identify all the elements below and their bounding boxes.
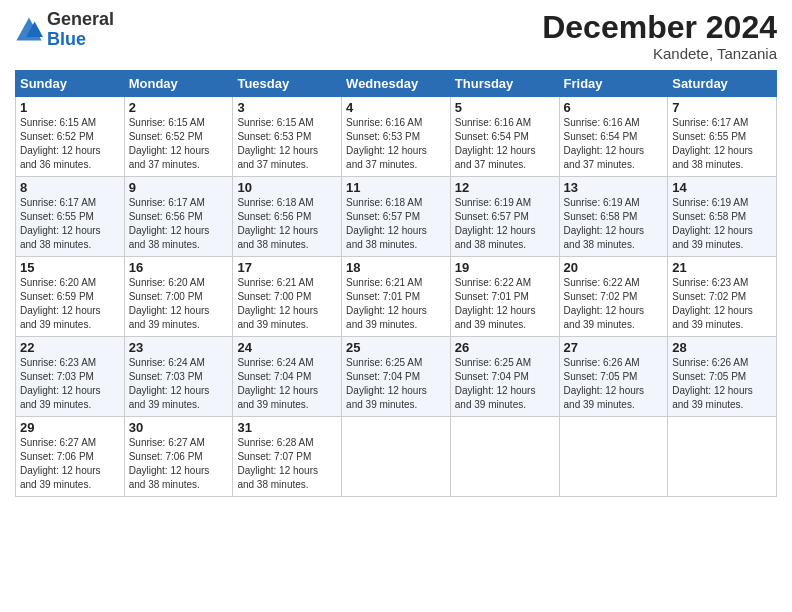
day-info: Sunrise: 6:16 AMSunset: 6:54 PMDaylight:… <box>455 116 555 172</box>
calendar-cell: 17 Sunrise: 6:21 AMSunset: 7:00 PMDaylig… <box>233 257 342 337</box>
logo-text: General Blue <box>47 10 114 50</box>
day-info: Sunrise: 6:26 AMSunset: 7:05 PMDaylight:… <box>564 356 664 412</box>
calendar-cell <box>450 417 559 497</box>
day-info: Sunrise: 6:23 AMSunset: 7:02 PMDaylight:… <box>672 276 772 332</box>
calendar-cell <box>342 417 451 497</box>
calendar-body: 1 Sunrise: 6:15 AMSunset: 6:52 PMDayligh… <box>16 97 777 497</box>
day-info: Sunrise: 6:21 AMSunset: 7:01 PMDaylight:… <box>346 276 446 332</box>
calendar-cell: 25 Sunrise: 6:25 AMSunset: 7:04 PMDaylig… <box>342 337 451 417</box>
day-info: Sunrise: 6:27 AMSunset: 7:06 PMDaylight:… <box>20 436 120 492</box>
day-info: Sunrise: 6:15 AMSunset: 6:52 PMDaylight:… <box>129 116 229 172</box>
day-info: Sunrise: 6:26 AMSunset: 7:05 PMDaylight:… <box>672 356 772 412</box>
calendar-cell: 19 Sunrise: 6:22 AMSunset: 7:01 PMDaylig… <box>450 257 559 337</box>
day-info: Sunrise: 6:17 AMSunset: 6:56 PMDaylight:… <box>129 196 229 252</box>
calendar-cell: 16 Sunrise: 6:20 AMSunset: 7:00 PMDaylig… <box>124 257 233 337</box>
calendar-cell: 12 Sunrise: 6:19 AMSunset: 6:57 PMDaylig… <box>450 177 559 257</box>
day-info: Sunrise: 6:19 AMSunset: 6:57 PMDaylight:… <box>455 196 555 252</box>
calendar-cell: 26 Sunrise: 6:25 AMSunset: 7:04 PMDaylig… <box>450 337 559 417</box>
day-number: 23 <box>129 340 229 355</box>
day-number: 30 <box>129 420 229 435</box>
day-number: 3 <box>237 100 337 115</box>
calendar-row: 15 Sunrise: 6:20 AMSunset: 6:59 PMDaylig… <box>16 257 777 337</box>
day-number: 7 <box>672 100 772 115</box>
day-info: Sunrise: 6:27 AMSunset: 7:06 PMDaylight:… <box>129 436 229 492</box>
calendar-cell: 1 Sunrise: 6:15 AMSunset: 6:52 PMDayligh… <box>16 97 125 177</box>
day-number: 22 <box>20 340 120 355</box>
day-info: Sunrise: 6:20 AMSunset: 6:59 PMDaylight:… <box>20 276 120 332</box>
day-number: 17 <box>237 260 337 275</box>
day-number: 19 <box>455 260 555 275</box>
calendar-cell: 21 Sunrise: 6:23 AMSunset: 7:02 PMDaylig… <box>668 257 777 337</box>
day-info: Sunrise: 6:21 AMSunset: 7:00 PMDaylight:… <box>237 276 337 332</box>
day-info: Sunrise: 6:22 AMSunset: 7:02 PMDaylight:… <box>564 276 664 332</box>
day-number: 26 <box>455 340 555 355</box>
calendar-cell: 28 Sunrise: 6:26 AMSunset: 7:05 PMDaylig… <box>668 337 777 417</box>
day-number: 2 <box>129 100 229 115</box>
title-section: December 2024 Kandete, Tanzania <box>542 10 777 62</box>
day-info: Sunrise: 6:24 AMSunset: 7:04 PMDaylight:… <box>237 356 337 412</box>
calendar-cell: 8 Sunrise: 6:17 AMSunset: 6:55 PMDayligh… <box>16 177 125 257</box>
day-info: Sunrise: 6:15 AMSunset: 6:53 PMDaylight:… <box>237 116 337 172</box>
day-number: 25 <box>346 340 446 355</box>
calendar-cell: 4 Sunrise: 6:16 AMSunset: 6:53 PMDayligh… <box>342 97 451 177</box>
calendar-cell: 20 Sunrise: 6:22 AMSunset: 7:02 PMDaylig… <box>559 257 668 337</box>
calendar-cell: 6 Sunrise: 6:16 AMSunset: 6:54 PMDayligh… <box>559 97 668 177</box>
day-number: 9 <box>129 180 229 195</box>
calendar-row: 22 Sunrise: 6:23 AMSunset: 7:03 PMDaylig… <box>16 337 777 417</box>
day-info: Sunrise: 6:25 AMSunset: 7:04 PMDaylight:… <box>455 356 555 412</box>
calendar-cell: 18 Sunrise: 6:21 AMSunset: 7:01 PMDaylig… <box>342 257 451 337</box>
calendar-cell: 14 Sunrise: 6:19 AMSunset: 6:58 PMDaylig… <box>668 177 777 257</box>
day-info: Sunrise: 6:22 AMSunset: 7:01 PMDaylight:… <box>455 276 555 332</box>
day-number: 1 <box>20 100 120 115</box>
calendar-row: 29 Sunrise: 6:27 AMSunset: 7:06 PMDaylig… <box>16 417 777 497</box>
calendar-cell: 11 Sunrise: 6:18 AMSunset: 6:57 PMDaylig… <box>342 177 451 257</box>
day-info: Sunrise: 6:23 AMSunset: 7:03 PMDaylight:… <box>20 356 120 412</box>
page: General Blue December 2024 Kandete, Tanz… <box>0 0 792 612</box>
day-info: Sunrise: 6:16 AMSunset: 6:53 PMDaylight:… <box>346 116 446 172</box>
month-year: December 2024 <box>542 10 777 45</box>
col-monday: Monday <box>124 71 233 97</box>
day-number: 12 <box>455 180 555 195</box>
day-number: 5 <box>455 100 555 115</box>
calendar-cell: 3 Sunrise: 6:15 AMSunset: 6:53 PMDayligh… <box>233 97 342 177</box>
calendar-header-row: Sunday Monday Tuesday Wednesday Thursday… <box>16 71 777 97</box>
calendar-cell: 30 Sunrise: 6:27 AMSunset: 7:06 PMDaylig… <box>124 417 233 497</box>
header: General Blue December 2024 Kandete, Tanz… <box>15 10 777 62</box>
day-number: 28 <box>672 340 772 355</box>
col-sunday: Sunday <box>16 71 125 97</box>
day-info: Sunrise: 6:19 AMSunset: 6:58 PMDaylight:… <box>564 196 664 252</box>
day-number: 18 <box>346 260 446 275</box>
calendar-cell: 13 Sunrise: 6:19 AMSunset: 6:58 PMDaylig… <box>559 177 668 257</box>
calendar-cell: 24 Sunrise: 6:24 AMSunset: 7:04 PMDaylig… <box>233 337 342 417</box>
calendar-cell <box>559 417 668 497</box>
calendar-cell: 9 Sunrise: 6:17 AMSunset: 6:56 PMDayligh… <box>124 177 233 257</box>
day-info: Sunrise: 6:20 AMSunset: 7:00 PMDaylight:… <box>129 276 229 332</box>
day-number: 13 <box>564 180 664 195</box>
day-info: Sunrise: 6:15 AMSunset: 6:52 PMDaylight:… <box>20 116 120 172</box>
col-friday: Friday <box>559 71 668 97</box>
day-number: 21 <box>672 260 772 275</box>
logo: General Blue <box>15 10 114 50</box>
location: Kandete, Tanzania <box>542 45 777 62</box>
logo-blue: Blue <box>47 29 86 49</box>
day-info: Sunrise: 6:16 AMSunset: 6:54 PMDaylight:… <box>564 116 664 172</box>
calendar-cell: 31 Sunrise: 6:28 AMSunset: 7:07 PMDaylig… <box>233 417 342 497</box>
calendar-cell: 2 Sunrise: 6:15 AMSunset: 6:52 PMDayligh… <box>124 97 233 177</box>
day-number: 29 <box>20 420 120 435</box>
calendar-table: Sunday Monday Tuesday Wednesday Thursday… <box>15 70 777 497</box>
day-info: Sunrise: 6:17 AMSunset: 6:55 PMDaylight:… <box>20 196 120 252</box>
col-wednesday: Wednesday <box>342 71 451 97</box>
calendar-cell: 5 Sunrise: 6:16 AMSunset: 6:54 PMDayligh… <box>450 97 559 177</box>
col-saturday: Saturday <box>668 71 777 97</box>
logo-general: General <box>47 9 114 29</box>
day-info: Sunrise: 6:17 AMSunset: 6:55 PMDaylight:… <box>672 116 772 172</box>
day-number: 15 <box>20 260 120 275</box>
calendar-cell: 29 Sunrise: 6:27 AMSunset: 7:06 PMDaylig… <box>16 417 125 497</box>
calendar-cell: 7 Sunrise: 6:17 AMSunset: 6:55 PMDayligh… <box>668 97 777 177</box>
calendar-cell <box>668 417 777 497</box>
day-number: 27 <box>564 340 664 355</box>
day-number: 6 <box>564 100 664 115</box>
day-number: 11 <box>346 180 446 195</box>
day-number: 10 <box>237 180 337 195</box>
calendar-cell: 22 Sunrise: 6:23 AMSunset: 7:03 PMDaylig… <box>16 337 125 417</box>
